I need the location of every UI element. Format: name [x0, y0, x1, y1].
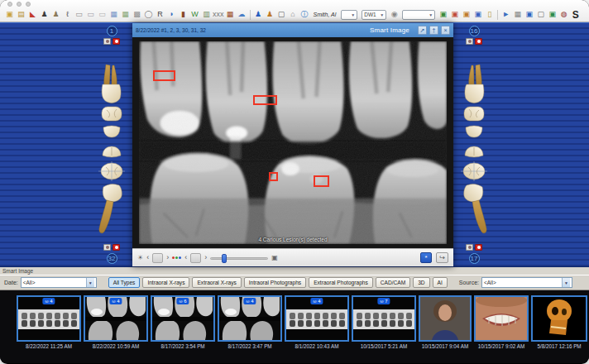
tooth-number-32[interactable]: 32	[107, 253, 117, 264]
gallery-icon[interactable]: ▩	[132, 8, 142, 21]
thumbnail-5-strip[interactable]: ω4 8/1/2022 10:43 AM	[285, 295, 349, 349]
logo-s[interactable]: S	[570, 8, 581, 21]
thumbnail-4-xray[interactable]: ω4 8/17/2022 3:47 PM	[218, 295, 282, 349]
zoom-slider[interactable]	[210, 254, 268, 262]
filter-button-intraoral-photographs[interactable]: Intraoral Photographs	[244, 277, 306, 288]
color-mode-icon[interactable]	[172, 256, 181, 259]
alert-chart-icon[interactable]	[475, 244, 482, 251]
record-icon[interactable]: ◍	[558, 8, 569, 21]
sensor-icon[interactable]: ◗	[166, 8, 177, 21]
image-green-icon[interactable]: ▦	[120, 8, 131, 21]
patient-orange-icon[interactable]: ♟	[265, 8, 275, 21]
crop-icon[interactable]: ▭	[97, 8, 108, 21]
xray-image[interactable]: 4 Carious Lesion(s) detected	[139, 41, 447, 244]
thumbnail-6-strip[interactable]: ω7 10/15/2017 5:21 AM	[352, 295, 416, 349]
image-slot-button[interactable]	[152, 253, 163, 263]
restorative-chart-icon[interactable]	[466, 244, 473, 251]
alert-chart-icon[interactable]	[113, 38, 120, 45]
info-icon[interactable]: ⓘ	[299, 8, 310, 21]
rect-select-alt-icon[interactable]: ▭	[85, 8, 96, 21]
brightness-icon[interactable]: ☀	[137, 254, 143, 261]
capture-red-icon[interactable]: ▣	[449, 8, 460, 21]
cloud-sync-icon[interactable]: ☁	[237, 8, 247, 21]
table-icon[interactable]: ▦	[512, 8, 523, 21]
perio-chart-icon[interactable]: W	[189, 8, 200, 21]
thumbnail-2-xray[interactable]: ω4 8/22/2022 10:59 AM	[84, 295, 148, 349]
tooth-illustrations-left[interactable]	[97, 63, 127, 238]
template-select[interactable]: ▼	[402, 10, 435, 20]
open-folder-icon[interactable]: ▣	[4, 8, 15, 21]
letter-r-tool-icon[interactable]: R	[155, 8, 165, 21]
patient-select[interactable]: ▼	[341, 10, 357, 20]
copy-pages-icon[interactable]: ▣	[271, 254, 278, 261]
close-window-button[interactable]	[7, 2, 12, 7]
thumbnail-1-strip[interactable]: ω4 8/22/2022 11:25 AM	[17, 295, 81, 349]
workstation-icon[interactable]: ⌂	[288, 8, 299, 21]
date-filter-select[interactable]: <All>▼	[21, 277, 97, 288]
app-green-icon[interactable]: ▣	[547, 8, 558, 21]
next-series-button[interactable]: ›	[204, 254, 207, 261]
window-icon[interactable]: ▢	[535, 8, 546, 21]
toolbar-separator	[250, 10, 251, 20]
carious-lesion-box-4[interactable]	[314, 175, 329, 187]
alert-chart-icon[interactable]	[475, 38, 482, 45]
restorative-chart-icon[interactable]	[103, 38, 111, 45]
circle-tool-icon[interactable]: ◯	[143, 8, 154, 21]
restorative-chart-icon[interactable]	[103, 244, 111, 251]
close-icon[interactable]: ×	[441, 26, 450, 35]
draw-pen-icon[interactable]: ℓ	[62, 8, 73, 21]
mic-icon[interactable]: ◉	[389, 8, 400, 21]
pin-icon[interactable]: †	[429, 26, 438, 35]
battery-icon[interactable]: ▯	[484, 8, 495, 21]
series-slot-button[interactable]	[190, 253, 201, 263]
carious-lesion-box-2[interactable]	[253, 95, 277, 105]
edit-note-icon[interactable]: ▤	[16, 8, 26, 21]
tooth-illustrations-right[interactable]	[459, 63, 489, 238]
filter-button-all-types[interactable]: All Types	[108, 277, 141, 288]
capture-orange-icon[interactable]: ▣	[461, 8, 472, 21]
slider-handle[interactable]	[222, 254, 227, 263]
thumbnail-8-smile[interactable]: 10/15/2017 9:02 AM	[474, 295, 529, 349]
tooth-number-16[interactable]: 16	[469, 26, 480, 36]
alert-chart-icon[interactable]	[113, 244, 120, 251]
calendar-icon[interactable]: ▦	[225, 8, 236, 21]
thumbnail-9-skull[interactable]: 5/8/2017 12:16 PM	[531, 295, 587, 349]
monitor-icon[interactable]: ▢	[276, 8, 287, 21]
zoom-window-button[interactable]	[26, 2, 31, 7]
filter-button-extraoral-x-rays[interactable]: Extraoral X-rays	[192, 277, 241, 288]
filter-button-3d[interactable]: 3D	[413, 277, 429, 288]
send-icon[interactable]: ►	[500, 8, 511, 21]
rect-select-icon[interactable]: ▭	[74, 8, 84, 21]
capture-green-icon[interactable]: ▣	[438, 8, 448, 21]
tooth-number-17[interactable]: 17	[469, 253, 480, 264]
image-blue-icon[interactable]: ▦	[108, 8, 119, 21]
carious-lesion-box-1[interactable]	[153, 70, 175, 82]
filter-button-intraoral-x-rays[interactable]: Intraoral X-rays	[142, 277, 189, 288]
prev-image-button[interactable]: ‹	[146, 254, 149, 261]
carious-lesion-box-3[interactable]	[269, 172, 278, 181]
capture-blue-icon[interactable]: ▣	[472, 8, 483, 21]
device-brown-icon[interactable]: ▮	[178, 8, 189, 21]
filter-button-ai[interactable]: AI	[433, 277, 448, 288]
tooth-chart-icon[interactable]: ▥	[201, 8, 212, 21]
tooth-number-1[interactable]: 1	[107, 26, 117, 36]
restorative-chart-icon[interactable]	[466, 38, 473, 45]
source-filter-select[interactable]: <All>▼	[481, 277, 572, 288]
filter-button-cad-cam[interactable]: CAD/CAM	[376, 277, 410, 288]
next-image-button[interactable]: ›	[166, 254, 169, 261]
expand-icon[interactable]: ↗	[418, 26, 427, 35]
minimize-window-button[interactable]	[17, 2, 22, 7]
zoom-level-label[interactable]: xxx	[213, 8, 224, 21]
thumbnail-3-xray[interactable]: ω6 8/17/2022 3:54 PM	[151, 295, 215, 349]
thumbnail-7-portrait[interactable]: 10/15/2017 9:04 AM	[419, 295, 472, 349]
app-blue-icon[interactable]: ▣	[524, 8, 534, 21]
export-icon[interactable]: ↪	[436, 252, 448, 263]
annotate-flag-icon[interactable]: ◣	[27, 8, 38, 21]
ai-analysis-button[interactable]: *	[420, 252, 432, 263]
patient-dark-icon[interactable]: ♟	[39, 8, 50, 21]
patient-copy-icon[interactable]: ♟	[50, 8, 61, 21]
prev-series-button[interactable]: ‹	[184, 254, 187, 261]
filter-button-extraoral-photographs[interactable]: Extraoral Photographs	[309, 277, 373, 288]
patient-blue-icon[interactable]: ♟	[253, 8, 264, 21]
device-select[interactable]: DW1▼	[362, 10, 386, 20]
